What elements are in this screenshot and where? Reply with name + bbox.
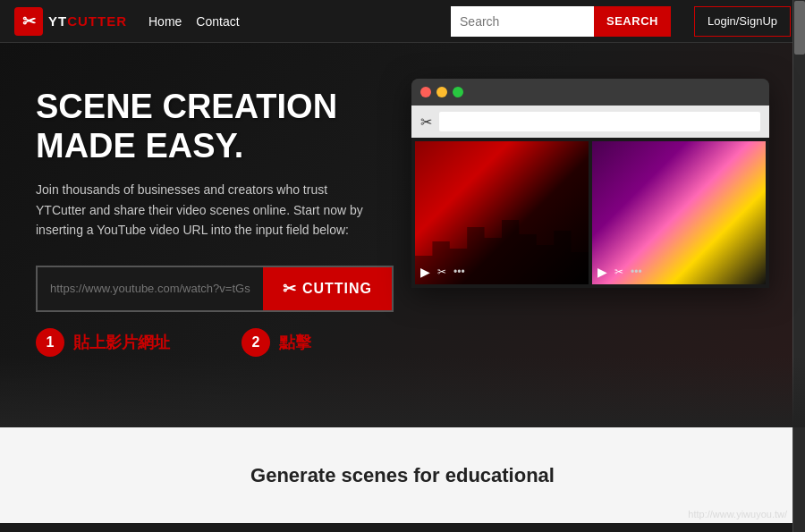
- step-1: 1 貼上影片網址: [36, 328, 170, 357]
- search-bar: SEARCH: [451, 6, 671, 37]
- window-maximize-dot: [453, 87, 463, 97]
- bottom-title: Generate scenes for educational: [250, 464, 555, 487]
- login-button[interactable]: Login/SignUp: [694, 6, 791, 37]
- browser-mockup-container: ✂ ▶ ✂ ••• ▶ ✂ •••: [411, 79, 769, 288]
- browser-mockup: ✂ ▶ ✂ ••• ▶ ✂ •••: [411, 79, 769, 288]
- hero-section: SCENE CREATION MADE EASY. Join thousands…: [0, 43, 805, 427]
- search-button[interactable]: SEARCH: [594, 6, 671, 37]
- browser-content: ▶ ✂ ••• ▶ ✂ •••: [411, 138, 769, 288]
- logo-icon: ✂: [14, 7, 43, 36]
- browser-titlebar: [411, 79, 769, 106]
- logo-text: YTCUTTER: [48, 13, 127, 29]
- steps-row: 1 貼上影片網址 2 點擊: [36, 328, 394, 357]
- bottom-section: Generate scenes for educational http://w…: [0, 427, 805, 523]
- nav-contact[interactable]: Contact: [196, 14, 239, 29]
- watermark: http://www.yiwuyou.tw/: [688, 509, 787, 519]
- logo: ✂ YTCUTTER: [14, 7, 127, 36]
- window-minimize-dot: [436, 87, 447, 97]
- window-close-dot: [420, 87, 431, 97]
- step-2: 2 點擊: [242, 328, 311, 357]
- nav-links: Home Contact: [148, 14, 240, 29]
- cutting-button[interactable]: ✂ CUTTING: [263, 267, 392, 310]
- step-1-circle: 1: [36, 328, 64, 357]
- url-input-row: ✂ CUTTING: [36, 266, 394, 312]
- scissors-icon: ✂: [283, 279, 297, 299]
- hero-left: SCENE CREATION MADE EASY. Join thousands…: [36, 88, 394, 357]
- more-icon-left: •••: [453, 266, 465, 278]
- nav-home[interactable]: Home: [148, 14, 182, 29]
- video-thumbnail-right: ▶ ✂ •••: [592, 141, 766, 284]
- play-icon-left: ▶: [420, 265, 430, 279]
- url-input[interactable]: [38, 267, 263, 310]
- video-controls-left: ▶ ✂ •••: [420, 265, 465, 279]
- navbar: ✂ YTCUTTER Home Contact SEARCH Login/Sig…: [0, 0, 805, 43]
- more-icon-right: •••: [631, 266, 642, 278]
- cut-icon-left: ✂: [437, 266, 446, 278]
- step-2-label: 點擊: [279, 332, 311, 353]
- scrollbar[interactable]: [792, 0, 805, 532]
- cutting-label: CUTTING: [302, 281, 372, 297]
- toolbar-scissors-icon: ✂: [420, 114, 432, 131]
- play-icon-right: ▶: [597, 265, 607, 279]
- browser-address-bar: [439, 112, 760, 131]
- cut-icon-right: ✂: [614, 266, 623, 278]
- step-2-circle: 2: [242, 328, 270, 357]
- hero-title: SCENE CREATION MADE EASY.: [36, 88, 394, 165]
- search-input[interactable]: [451, 6, 594, 37]
- hero-subtitle: Join thousands of businesses and creator…: [36, 180, 367, 240]
- scrollbar-thumb[interactable]: [794, 1, 805, 55]
- video-thumbnail-left: ▶ ✂ •••: [415, 141, 589, 284]
- step-1-label: 貼上影片網址: [73, 332, 170, 353]
- browser-toolbar: ✂: [411, 106, 769, 138]
- video-controls-right: ▶ ✂ •••: [597, 265, 642, 279]
